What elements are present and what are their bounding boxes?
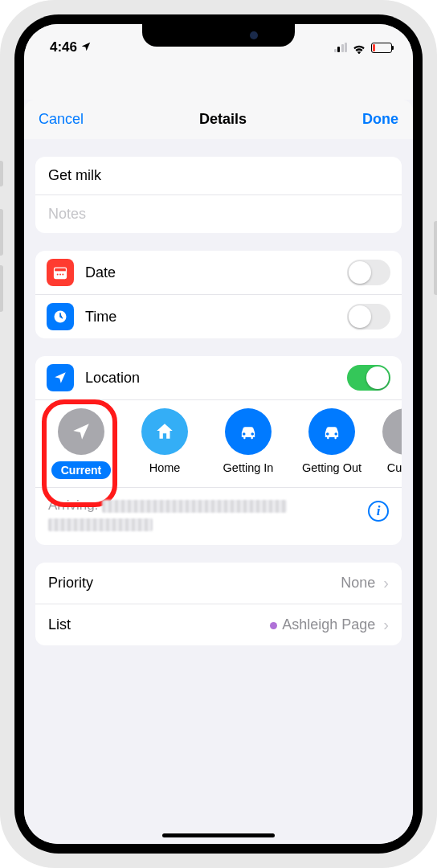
date-time-card: Date Time (35, 251, 402, 338)
status-time: 4:46 (50, 39, 77, 55)
location-option-current[interactable]: Current (48, 408, 114, 479)
arriving-row[interactable]: Arriving: i (35, 488, 402, 545)
date-toggle[interactable] (347, 260, 390, 285)
details-sheet: Cancel Details Done Get milk Notes (24, 100, 413, 844)
sheet-backdrop (24, 59, 413, 100)
battery-icon (371, 43, 392, 53)
home-icon (141, 408, 188, 455)
svg-point-4 (59, 274, 61, 276)
location-options-scroller[interactable]: Current Home (35, 400, 402, 488)
location-option-custom[interactable]: Cu (382, 408, 402, 479)
reminder-title-input[interactable]: Get milk (35, 157, 402, 195)
home-label: Home (149, 461, 181, 474)
cellular-icon (334, 43, 348, 52)
nav-bar: Cancel Details Done (24, 100, 413, 139)
getting-out-label: Getting Out (302, 461, 361, 474)
priority-list-card: Priority None › List Ashleigh Page › (35, 563, 402, 645)
redacted-address-line2 (48, 518, 153, 531)
ellipsis-icon (382, 408, 402, 455)
chevron-right-icon: › (383, 616, 389, 634)
location-option-getting-out[interactable]: Getting Out (299, 408, 365, 479)
wifi-icon (352, 42, 366, 53)
list-color-dot (270, 622, 277, 629)
calendar-icon (47, 259, 74, 286)
list-value: Ashleigh Page (270, 616, 375, 633)
car-icon (308, 408, 355, 455)
list-row[interactable]: List Ashleigh Page › (35, 604, 402, 645)
location-card: Location Current (35, 356, 402, 545)
chevron-right-icon: › (383, 574, 389, 592)
priority-label: Priority (48, 575, 333, 592)
location-row[interactable]: Location (35, 356, 402, 400)
car-icon (225, 408, 272, 455)
reminder-notes-input[interactable]: Notes (35, 195, 402, 233)
info-icon[interactable]: i (368, 501, 389, 522)
location-option-home[interactable]: Home (132, 408, 198, 479)
arriving-label: Arriving: (48, 497, 98, 513)
arrow-icon (58, 408, 104, 455)
cancel-button[interactable]: Cancel (39, 111, 84, 128)
svg-point-5 (62, 274, 63, 276)
location-services-icon (80, 41, 92, 55)
date-row[interactable]: Date (35, 251, 402, 295)
date-label: Date (85, 264, 336, 281)
getting-in-label: Getting In (223, 461, 274, 474)
list-label: List (48, 616, 262, 633)
title-notes-card: Get milk Notes (35, 157, 402, 233)
page-title: Details (199, 111, 247, 128)
time-row[interactable]: Time (35, 295, 402, 338)
priority-row[interactable]: Priority None › (35, 563, 402, 604)
current-pill: Current (51, 461, 112, 479)
priority-value: None (341, 575, 375, 592)
notch (142, 24, 295, 47)
custom-label: Cu (387, 461, 402, 474)
time-label: Time (85, 309, 336, 326)
redacted-address-line1 (102, 500, 287, 513)
svg-point-3 (57, 274, 59, 276)
home-indicator[interactable] (162, 833, 275, 837)
location-icon (47, 364, 74, 391)
time-toggle[interactable] (347, 304, 390, 330)
location-option-getting-in[interactable]: Getting In (215, 408, 281, 479)
done-button[interactable]: Done (362, 111, 398, 128)
location-toggle[interactable] (347, 365, 390, 391)
clock-icon (47, 303, 74, 330)
location-label: Location (85, 370, 336, 387)
